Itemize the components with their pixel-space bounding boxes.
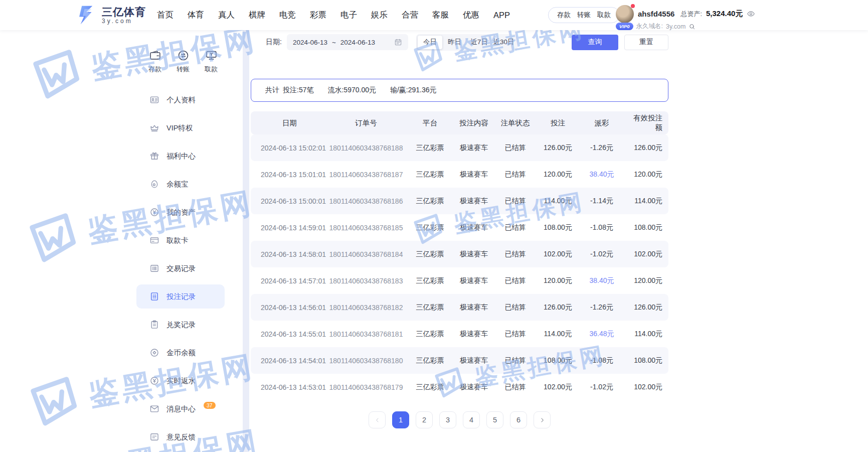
watermark-logo-icon <box>22 372 82 432</box>
cell-payout: -1.02元 <box>577 383 627 392</box>
nav-link[interactable]: 电子 <box>340 10 357 21</box>
feedback-icon <box>149 432 159 442</box>
search-button[interactable]: 查询 <box>572 35 618 50</box>
cell-order-number: 1801140603438768179 <box>328 383 404 391</box>
next-page-button[interactable] <box>534 411 551 428</box>
cell-platform: 三亿彩票 <box>404 223 456 232</box>
sidebar-quick-action[interactable]: 转账 <box>177 49 190 74</box>
cell-payout: -1.14元 <box>577 197 627 206</box>
nav-link[interactable]: 彩票 <box>310 10 326 21</box>
header-action-link[interactable]: 存款 <box>557 11 571 20</box>
sidebar-menu-item[interactable]: 取款卡 <box>136 226 225 254</box>
cell-bet-content: 极速赛车 <box>456 303 491 312</box>
cell-bet-amount: 120.00元 <box>539 170 577 179</box>
bank-card-icon <box>149 235 159 245</box>
gold-coin-icon <box>149 348 159 358</box>
sidebar-menu-item[interactable]: 个人资料 <box>136 86 225 114</box>
eye-icon[interactable] <box>747 10 755 18</box>
quick-range-button[interactable]: 近30日 <box>491 36 516 49</box>
cell-bet-content: 极速赛车 <box>456 383 491 392</box>
calendar-icon[interactable] <box>394 38 402 46</box>
nav-link[interactable]: 客服 <box>432 10 449 21</box>
cell-platform: 三亿彩票 <box>404 356 456 365</box>
cell-valid-bet: 126.00元 <box>627 303 668 312</box>
transfer-icon <box>177 49 190 62</box>
cell-bet-amount: 114.00元 <box>539 197 577 206</box>
table-row: 2024-06-13 15:02:01 1801140603438768188 … <box>251 134 668 161</box>
main-nav: 首页体育真人棋牌电竞彩票电子娱乐合营客服优惠APP <box>157 0 510 30</box>
search-icon[interactable] <box>688 23 696 30</box>
gift-icon <box>149 151 159 161</box>
nav-link[interactable]: 真人 <box>218 10 235 21</box>
sidebar-item-label: 取款卡 <box>166 236 189 245</box>
cell-payout: 38.40元 <box>577 170 627 179</box>
page-number-button[interactable]: 6 <box>510 411 527 428</box>
cell-bet-amount: 102.00元 <box>539 250 577 259</box>
user-info-row: ahsfd4556 总资产: 5,324.40元 <box>638 9 755 19</box>
sidebar-menu-item[interactable]: 福利中心 <box>136 142 225 170</box>
table-row: 2024-06-13 14:58:01 1801140603438768184 … <box>251 241 668 267</box>
prev-page-button[interactable] <box>369 411 386 428</box>
header-action-link[interactable]: 取款 <box>597 11 611 20</box>
quick-range-button[interactable]: 昨日 <box>442 36 467 49</box>
nav-link[interactable]: 电竞 <box>279 10 296 21</box>
sidebar-menu-item[interactable]: 我的资产 <box>136 198 225 226</box>
page-number-button[interactable]: 4 <box>463 411 480 428</box>
nav-link[interactable]: 棋牌 <box>249 10 265 21</box>
nav-link[interactable]: 首页 <box>157 10 173 21</box>
cell-order-number: 1801140603438768185 <box>328 224 404 232</box>
sidebar-menu-item[interactable]: VIP特权 <box>136 114 225 142</box>
sidebar-menu-item[interactable]: 交易记录 <box>136 254 225 282</box>
sidebar-quick-action[interactable]: 存款 <box>148 49 161 74</box>
page-number-button[interactable]: 1 <box>392 411 409 428</box>
cell-bet-content: 极速赛车 <box>456 276 491 285</box>
cell-date: 2024-06-13 14:53:01 <box>251 383 328 391</box>
sidebar-menu-item[interactable]: 消息中心 37 <box>136 395 225 423</box>
assets-value: 5,324.40元 <box>706 9 743 19</box>
table-body: 2024-06-13 15:02:01 1801140603438768188 … <box>251 134 668 400</box>
sidebar-item-label: 金币余额 <box>166 348 196 358</box>
sidebar-item-label: 个人资料 <box>166 95 196 105</box>
nav-link[interactable]: 优惠 <box>463 10 479 21</box>
date-range-input[interactable]: 2024-06-13 ~ 2024-06-13 <box>287 34 408 50</box>
avatar[interactable] <box>616 5 634 23</box>
cell-payout: -1.26元 <box>577 303 627 312</box>
cell-status: 已结算 <box>491 170 539 179</box>
sidebar-menu-item[interactable]: 投注记录 <box>136 284 225 309</box>
cell-platform: 三亿彩票 <box>404 197 456 206</box>
cell-bet-amount: 114.00元 <box>539 330 577 339</box>
quick-range-button[interactable]: 今日 <box>418 36 442 49</box>
table-row: 2024-06-13 15:00:01 1801140603438768186 … <box>251 188 668 214</box>
table-row: 2024-06-13 15:01:01 1801140603438768187 … <box>251 161 668 188</box>
nav-link[interactable]: 体育 <box>188 10 204 21</box>
page-number-button[interactable]: 2 <box>416 411 433 428</box>
cell-order-number: 1801140603438768183 <box>328 277 404 285</box>
cell-valid-bet: 120.00元 <box>627 276 668 285</box>
nav-link[interactable]: 合营 <box>402 10 418 21</box>
sidebar-menu-item[interactable]: 意见反馈 <box>136 423 225 451</box>
sidebar-menu-item[interactable]: 金币余额 <box>136 339 225 367</box>
quick-range-button[interactable]: 近7日 <box>467 36 491 49</box>
brand-logo[interactable]: 三亿体育 3y.com <box>75 5 146 26</box>
cell-order-number: 1801140603438768184 <box>328 250 404 258</box>
sidebar-item-label: 福利中心 <box>166 152 196 161</box>
quick-action-label: 转账 <box>177 65 190 74</box>
assets-label: 总资产: <box>680 10 702 19</box>
nav-link[interactable]: 娱乐 <box>371 10 388 21</box>
sidebar-menu-item[interactable]: 兑奖记录 <box>136 311 225 339</box>
cell-bet-content: 极速赛车 <box>456 143 491 153</box>
sidebar-item-label: VIP特权 <box>166 123 193 133</box>
header-action-link[interactable]: 转账 <box>577 11 591 20</box>
chevron-right-icon <box>539 416 546 424</box>
user-domain-row: VIP0 永久域名: 3y.com <box>616 22 696 31</box>
sidebar-menu-item[interactable]: 实时返水 <box>136 367 225 395</box>
nav-link[interactable]: APP <box>493 11 510 20</box>
reset-button[interactable]: 重置 <box>624 35 668 50</box>
sidebar-quick-action[interactable]: 取款 <box>205 49 218 74</box>
cell-valid-bet: 120.00元 <box>627 170 668 179</box>
sidebar-menu: 个人资料 VIP特权 福利中心 余额宝 <box>131 86 230 451</box>
table-row: 2024-06-13 14:56:01 1801140603438768182 … <box>251 294 668 321</box>
page-number-button[interactable]: 5 <box>486 411 503 428</box>
sidebar-menu-item[interactable]: 余额宝 <box>136 170 225 198</box>
page-number-button[interactable]: 3 <box>439 411 456 428</box>
